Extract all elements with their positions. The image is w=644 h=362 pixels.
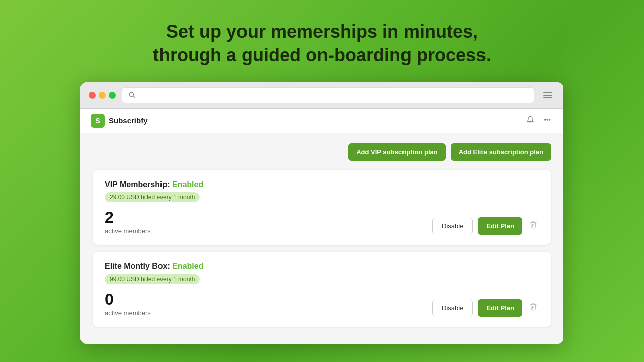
plan-status-elite: Enabled xyxy=(172,262,203,270)
menu-icon[interactable] xyxy=(540,89,555,101)
app-brand: S Subscribfy xyxy=(91,114,148,128)
delete-button-elite[interactable] xyxy=(527,301,539,315)
member-count-elite: 0 xyxy=(105,291,151,307)
main-content: Add VIP subscription plan Add Elite subs… xyxy=(80,133,564,344)
plan-body-elite: 0 active members Disable Edit Plan xyxy=(105,291,539,317)
plans-container: VIP Membership: Enabled 29.00 USD billed… xyxy=(93,170,551,327)
search-icon xyxy=(128,91,135,100)
delete-button-vip[interactable] xyxy=(527,219,539,233)
member-info-vip: 2 active members xyxy=(105,209,151,235)
hero-line2: through a guided on-boarding process. xyxy=(153,45,491,65)
traffic-light-red xyxy=(89,92,96,99)
more-options-button[interactable] xyxy=(541,114,553,128)
action-bar: Add VIP subscription plan Add Elite subs… xyxy=(93,143,551,161)
member-label-vip: active members xyxy=(105,227,151,235)
plan-actions-elite: Disable Edit Plan xyxy=(432,299,539,317)
traffic-light-green xyxy=(109,92,116,99)
plan-title-elite: Elite Montly Box: Enabled xyxy=(105,262,539,271)
notification-button[interactable] xyxy=(524,114,536,128)
edit-plan-button-vip[interactable]: Edit Plan xyxy=(478,217,522,235)
browser-chrome xyxy=(80,82,564,109)
hero-line1: Set up your memerships in minutes, xyxy=(166,21,478,42)
svg-point-4 xyxy=(549,119,550,120)
plan-status-vip: Enabled xyxy=(172,180,203,189)
svg-point-2 xyxy=(544,119,545,120)
hero-section: Set up your memerships in minutes, throu… xyxy=(153,20,491,67)
plan-card-elite: Elite Montly Box: Enabled 99.00 USD bill… xyxy=(93,252,551,327)
member-info-elite: 0 active members xyxy=(105,291,151,317)
browser-window: S Subscribfy xyxy=(80,82,564,344)
svg-line-1 xyxy=(133,96,135,97)
navbar-actions xyxy=(524,114,553,128)
brand-name: Subscribfy xyxy=(109,116,148,125)
plan-card-vip: VIP Membership: Enabled 29.00 USD billed… xyxy=(93,170,551,245)
add-vip-button[interactable]: Add VIP subscription plan xyxy=(348,143,446,161)
edit-plan-button-elite[interactable]: Edit Plan xyxy=(478,299,522,317)
app-content: S Subscribfy xyxy=(80,109,564,344)
app-navbar: S Subscribfy xyxy=(80,109,564,133)
menu-line xyxy=(543,97,552,98)
svg-point-3 xyxy=(547,119,548,120)
brand-icon: S xyxy=(91,114,105,128)
traffic-light-yellow xyxy=(99,92,106,99)
menu-line xyxy=(543,95,552,96)
plan-body-vip: 2 active members Disable Edit Plan xyxy=(105,209,539,235)
plan-actions-vip: Disable Edit Plan xyxy=(432,217,539,235)
member-label-elite: active members xyxy=(105,309,151,317)
traffic-lights xyxy=(89,92,116,99)
disable-button-elite[interactable]: Disable xyxy=(432,300,473,316)
member-count-vip: 2 xyxy=(105,209,151,225)
add-elite-button[interactable]: Add Elite subscription plan xyxy=(451,143,551,161)
menu-line xyxy=(543,92,552,93)
plan-title-vip: VIP Membership: Enabled xyxy=(105,180,539,189)
disable-button-vip[interactable]: Disable xyxy=(432,218,473,234)
plan-badge-vip: 29.00 USD billed every 1 month xyxy=(105,192,200,202)
plan-badge-elite: 99.00 USD billed every 1 month xyxy=(105,274,200,284)
address-bar[interactable] xyxy=(122,87,534,103)
